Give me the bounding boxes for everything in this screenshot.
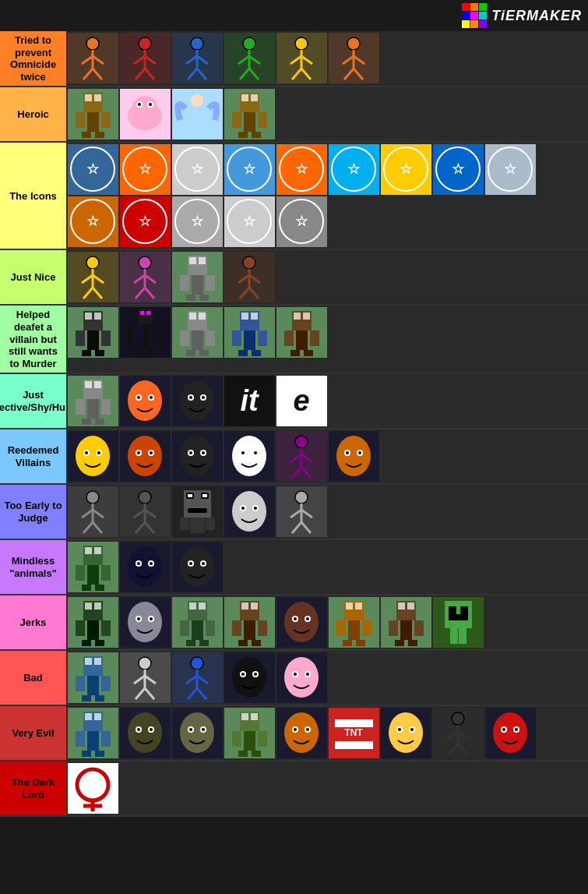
svg-text:☆: ☆ bbox=[295, 214, 308, 229]
svg-line-212 bbox=[93, 522, 102, 533]
svg-rect-316 bbox=[85, 658, 92, 665]
svg-rect-296 bbox=[362, 620, 371, 636]
svg-line-14 bbox=[186, 56, 197, 64]
svg-rect-102 bbox=[199, 257, 206, 264]
tier-label-early: Too Early to Judge bbox=[0, 485, 66, 539]
tier-item: it bbox=[224, 376, 275, 426]
svg-rect-301 bbox=[407, 602, 414, 610]
svg-line-97 bbox=[145, 275, 156, 283]
svg-line-29 bbox=[301, 69, 311, 80]
tier-content-veryevil: TNT bbox=[66, 706, 588, 760]
tier-item: ☆ bbox=[276, 144, 327, 195]
svg-point-213 bbox=[139, 491, 151, 504]
svg-rect-367 bbox=[232, 731, 241, 747]
tier-item bbox=[329, 33, 379, 83]
svg-rect-104 bbox=[180, 275, 189, 291]
svg-rect-150 bbox=[284, 330, 294, 346]
tier-item bbox=[381, 708, 431, 758]
svg-rect-245 bbox=[82, 585, 91, 591]
svg-rect-39 bbox=[87, 112, 99, 132]
svg-point-251 bbox=[150, 562, 153, 565]
svg-rect-284 bbox=[238, 640, 248, 646]
svg-rect-275 bbox=[206, 620, 215, 636]
svg-rect-226 bbox=[180, 518, 189, 530]
tier-label-bad: Bad bbox=[0, 651, 66, 705]
svg-rect-312 bbox=[460, 614, 468, 620]
svg-line-93 bbox=[93, 288, 102, 299]
svg-line-112 bbox=[240, 288, 249, 299]
svg-point-88 bbox=[86, 256, 99, 269]
svg-point-184 bbox=[137, 451, 140, 454]
svg-rect-141 bbox=[244, 330, 255, 350]
svg-rect-135 bbox=[206, 330, 215, 346]
svg-point-329 bbox=[191, 657, 203, 670]
tier-item bbox=[172, 33, 223, 83]
svg-rect-131 bbox=[189, 313, 196, 320]
svg-rect-59 bbox=[252, 132, 261, 138]
svg-text:e: e bbox=[293, 384, 309, 417]
svg-rect-258 bbox=[85, 602, 92, 610]
tier-row-bad: Bad bbox=[0, 651, 588, 706]
svg-line-34 bbox=[344, 69, 354, 80]
svg-point-194 bbox=[241, 451, 245, 454]
svg-line-98 bbox=[136, 288, 145, 299]
svg-rect-322 bbox=[95, 695, 104, 701]
svg-text:☆: ☆ bbox=[86, 161, 100, 177]
svg-rect-126 bbox=[128, 324, 132, 346]
svg-rect-145 bbox=[252, 350, 261, 356]
svg-rect-321 bbox=[82, 695, 91, 701]
svg-point-323 bbox=[139, 657, 151, 670]
svg-rect-243 bbox=[76, 565, 85, 581]
svg-rect-263 bbox=[82, 640, 91, 646]
tier-item: TNT bbox=[329, 708, 379, 758]
tier-item bbox=[68, 597, 118, 648]
tier-item bbox=[68, 252, 118, 302]
tier-item bbox=[68, 542, 118, 592]
svg-point-48 bbox=[138, 103, 141, 106]
logo-cell bbox=[479, 12, 487, 19]
svg-line-17 bbox=[197, 69, 206, 80]
svg-rect-127 bbox=[159, 324, 163, 346]
svg-rect-317 bbox=[94, 658, 101, 665]
svg-line-32 bbox=[343, 56, 354, 64]
tier-item bbox=[224, 597, 275, 648]
svg-point-380 bbox=[389, 712, 423, 753]
svg-line-218 bbox=[145, 522, 154, 533]
tier-item bbox=[224, 431, 275, 482]
tier-item bbox=[120, 486, 171, 537]
tier-item bbox=[381, 597, 431, 648]
svg-rect-298 bbox=[356, 640, 365, 646]
logo-grid bbox=[462, 3, 487, 28]
svg-point-357 bbox=[150, 728, 153, 731]
svg-text:☆: ☆ bbox=[243, 214, 256, 229]
svg-point-176 bbox=[76, 436, 110, 476]
svg-point-0 bbox=[86, 37, 99, 50]
svg-rect-157 bbox=[87, 399, 99, 419]
svg-point-171 bbox=[202, 396, 205, 399]
svg-point-186 bbox=[180, 436, 214, 476]
tier-item bbox=[68, 307, 118, 358]
svg-point-233 bbox=[295, 491, 308, 504]
tier-item: ☆ bbox=[381, 144, 431, 195]
svg-point-383 bbox=[398, 728, 401, 731]
tier-row-redeemed: Reedemed Villains bbox=[0, 429, 588, 485]
svg-rect-117 bbox=[87, 330, 99, 350]
svg-rect-223 bbox=[202, 494, 207, 497]
tier-item bbox=[172, 307, 223, 358]
tier-item bbox=[120, 33, 171, 83]
tier-row-veryevil: Very Evil bbox=[0, 706, 588, 761]
tier-item bbox=[433, 597, 484, 648]
svg-line-331 bbox=[186, 676, 197, 684]
svg-rect-304 bbox=[414, 620, 424, 636]
svg-rect-293 bbox=[355, 602, 362, 610]
svg-rect-56 bbox=[232, 112, 241, 128]
svg-rect-242 bbox=[87, 565, 99, 585]
svg-text:☆: ☆ bbox=[347, 161, 361, 177]
svg-rect-306 bbox=[408, 640, 417, 646]
svg-point-340 bbox=[284, 657, 319, 698]
tier-item bbox=[329, 431, 379, 482]
svg-rect-313 bbox=[450, 628, 458, 644]
svg-rect-224 bbox=[188, 508, 207, 513]
tier-item: ☆ bbox=[224, 144, 275, 195]
svg-line-90 bbox=[82, 275, 93, 283]
